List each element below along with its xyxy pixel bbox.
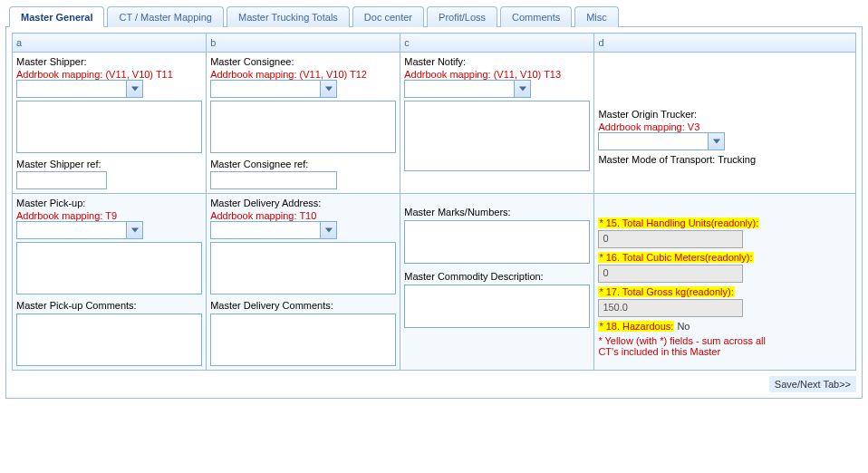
tab-comments[interactable]: Comments [500, 6, 572, 27]
mode-of-transport-label: Master Mode of Transport: Trucking [598, 154, 852, 165]
col-header-c: c [400, 34, 594, 53]
tab-doc-center[interactable]: Doc center [352, 6, 424, 27]
total-cubic-meters-value: 0 [598, 265, 743, 283]
pickup-textarea[interactable] [16, 242, 202, 294]
pickup-mapping: Addrbook mapping: T9 [16, 210, 202, 221]
col-header-d: d [594, 34, 856, 53]
tab-ct-master-mapping[interactable]: CT / Master Mapping [107, 6, 224, 27]
total-handling-units-value: 0 [598, 230, 743, 248]
notify-textarea[interactable] [404, 101, 590, 171]
panel-master-general: a b c d Master Shipper: Addrbook mapping… [5, 27, 863, 399]
pickup-comments-textarea[interactable] [16, 314, 202, 366]
delivery-combo-input[interactable] [211, 222, 320, 238]
consignee-label: Master Consignee: [210, 56, 396, 67]
hazardous-value: No [677, 321, 690, 332]
chevron-down-icon[interactable] [126, 81, 142, 97]
chevron-down-icon[interactable] [708, 133, 724, 150]
commodity-label: Master Commodity Description: [404, 271, 590, 282]
consignee-ref-input[interactable] [210, 171, 337, 189]
shipper-combo-input[interactable] [17, 81, 126, 97]
origin-trucker-combo-input[interactable] [599, 133, 708, 150]
pickup-label: Master Pick-up: [16, 198, 202, 208]
tab-profit-loss[interactable]: Profit/Loss [427, 6, 497, 27]
pickup-combo[interactable] [16, 221, 143, 239]
yellow-fields-note: * Yellow (with *) fields - sum across al… [598, 335, 779, 357]
shipper-ref-label: Master Shipper ref: [16, 159, 202, 169]
col-header-a: a [13, 34, 207, 53]
total-gross-kg-value: 150.0 [598, 299, 743, 317]
tab-master-general[interactable]: Master General [9, 6, 104, 27]
origin-trucker-label: Master Origin Trucker: [598, 109, 852, 120]
delivery-mapping: Addrbook mapping: T10 [210, 210, 396, 221]
notify-mapping: Addrbook mapping: (V11, V10) T13 [404, 69, 590, 80]
marks-textarea[interactable] [404, 220, 590, 264]
pickup-combo-input[interactable] [17, 222, 126, 238]
save-next-tab-button[interactable]: Save/Next Tab>> [769, 376, 856, 392]
col-header-b: b [207, 34, 400, 53]
pickup-comments-label: Master Pick-up Comments: [16, 300, 202, 311]
total-handling-units-label: * 15. Total Handling Units(readonly): [598, 217, 759, 228]
layout-grid: a b c d Master Shipper: Addrbook mapping… [12, 33, 856, 371]
consignee-combo-input[interactable] [211, 81, 320, 97]
consignee-combo[interactable] [210, 80, 337, 98]
footer: Save/Next Tab>> [12, 376, 856, 392]
shipper-label: Master Shipper: [16, 56, 202, 67]
delivery-combo[interactable] [210, 221, 337, 239]
origin-trucker-combo[interactable] [598, 132, 725, 150]
delivery-textarea[interactable] [210, 242, 396, 294]
notify-combo-input[interactable] [405, 81, 514, 97]
marks-label: Master Marks/Numbers: [404, 207, 590, 217]
total-cubic-meters-label: * 16. Total Cubic Meters(readonly): [598, 252, 753, 263]
shipper-textarea[interactable] [16, 101, 202, 153]
consignee-ref-label: Master Consignee ref: [210, 159, 396, 169]
chevron-down-icon[interactable] [320, 81, 336, 97]
shipper-ref-input[interactable] [16, 171, 107, 189]
consignee-mapping: Addrbook mapping: (V11, V10) T12 [210, 69, 396, 80]
tab-misc[interactable]: Misc [574, 6, 619, 27]
origin-trucker-mapping: Addrbook mapping: V3 [598, 121, 852, 132]
shipper-mapping: Addrbook mapping: (V11, V10) T11 [16, 69, 202, 80]
delivery-comments-label: Master Delivery Comments: [210, 300, 396, 311]
tab-bar: Master General CT / Master Mapping Maste… [5, 5, 863, 27]
delivery-comments-textarea[interactable] [210, 314, 396, 366]
hazardous-label: * 18. Hazardous: [598, 321, 674, 332]
tab-master-trucking-totals[interactable]: Master Trucking Totals [227, 6, 350, 27]
chevron-down-icon[interactable] [126, 222, 142, 238]
notify-combo[interactable] [404, 80, 531, 98]
delivery-label: Master Delivery Address: [210, 198, 396, 208]
commodity-textarea[interactable] [404, 285, 590, 328]
consignee-textarea[interactable] [210, 101, 396, 153]
chevron-down-icon[interactable] [514, 81, 530, 97]
shipper-combo[interactable] [16, 80, 143, 98]
chevron-down-icon[interactable] [320, 222, 336, 238]
notify-label: Master Notify: [404, 56, 590, 67]
total-gross-kg-label: * 17. Total Gross kg(readonly): [598, 286, 734, 297]
